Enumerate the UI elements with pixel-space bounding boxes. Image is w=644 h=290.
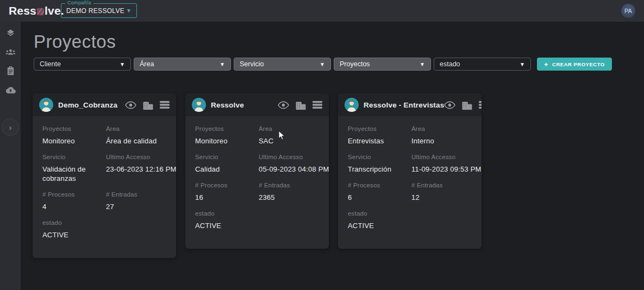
company-dropdown-label: Compañía xyxy=(65,0,93,5)
menu-icon[interactable] xyxy=(312,101,322,109)
project-field: Ultimo Accesso 05-09-2023 04:08 PM xyxy=(259,153,329,174)
project-field: estado ACTIVE xyxy=(195,210,259,230)
filter-dropdown-label: estado xyxy=(440,60,460,68)
logo-text-left: Ress xyxy=(9,4,36,17)
caret-down-icon: ▼ xyxy=(320,61,325,67)
project-field: Servicio Calidad xyxy=(195,153,259,174)
project-field: estado ACTIVE xyxy=(348,210,411,230)
view-eye-icon[interactable] xyxy=(444,101,455,109)
field-value: Interno xyxy=(411,136,482,146)
card-action-icons xyxy=(125,100,170,110)
field-label: Proyectos xyxy=(42,125,106,133)
caret-down-icon: ▼ xyxy=(420,61,425,67)
field-label: Servicio xyxy=(348,153,411,161)
project-field: # Entradas 27 xyxy=(106,191,176,211)
project-card[interactable]: Demo_Cobranza Proyectos Monitoreo Área Á… xyxy=(33,93,176,258)
project-card-header: Ressolve - Entrevistas xyxy=(338,93,482,116)
project-field: Servicio Validación de cobranzas xyxy=(42,153,106,183)
field-label: Ultimo Accesso xyxy=(106,153,176,161)
card-action-icons xyxy=(278,100,322,110)
field-label: Área xyxy=(259,125,329,133)
filter-dropdown-área[interactable]: Área ▼ xyxy=(134,58,231,71)
field-label: estado xyxy=(42,219,106,226)
cloud-upload-icon[interactable] xyxy=(4,85,16,94)
project-title: Ressolve - Entrevistas xyxy=(364,101,444,109)
project-field: Proyectos Monitoreo xyxy=(195,125,259,146)
project-field: Ultimo Accesso 11-09-2023 09:53 PM xyxy=(411,153,482,174)
logo-stripes-icon xyxy=(37,8,44,15)
project-card[interactable]: Ressolve - Entrevistas Proyectos Entrevi… xyxy=(338,93,482,249)
sidebar-expand-button[interactable]: › xyxy=(2,118,19,136)
field-value: ACTIVE xyxy=(348,221,411,230)
project-field: Ultimo Accesso 23-06-2023 12:16 PM xyxy=(106,153,176,183)
filter-dropdown-label: Área xyxy=(140,60,154,68)
view-eye-icon[interactable] xyxy=(278,101,289,109)
company-dropdown[interactable]: Compañía DEMO RESSOLVE ▼ xyxy=(61,3,137,18)
users-icon[interactable] xyxy=(4,47,16,56)
field-label: estado xyxy=(348,210,411,217)
field-label: Servicio xyxy=(195,153,259,161)
field-label: # Procesos xyxy=(42,191,106,198)
project-card-header: Ressolve xyxy=(185,93,329,116)
field-value: Área de calidad xyxy=(106,136,176,146)
field-value: 16 xyxy=(195,193,259,202)
project-field: Proyectos Entrevistas xyxy=(348,125,411,146)
project-title: Ressolve xyxy=(211,101,244,109)
field-label: Servicio xyxy=(42,153,106,161)
filter-dropdown-label: Cliente xyxy=(40,60,61,68)
caret-down-icon: ▼ xyxy=(220,61,225,67)
filter-dropdown-label: Proyectos xyxy=(340,60,370,68)
field-label: # Entradas xyxy=(259,181,329,189)
field-value: SAC xyxy=(259,136,329,146)
field-label: # Procesos xyxy=(348,181,411,189)
filter-dropdown-estado[interactable]: estado ▼ xyxy=(434,58,531,71)
project-card[interactable]: Ressolve Proyectos Monitoreo Área SAC Se… xyxy=(185,93,329,249)
project-field: # Entradas 2365 xyxy=(259,181,329,202)
filter-dropdown-label: Servicio xyxy=(240,60,264,68)
filter-dropdown-cliente[interactable]: Cliente ▼ xyxy=(34,58,131,71)
project-title: Demo_Cobranza xyxy=(58,101,117,109)
company-buildings-icon[interactable] xyxy=(143,100,153,110)
field-value: 6 xyxy=(348,193,411,202)
field-value: Transcripción xyxy=(348,165,411,174)
company-buildings-icon[interactable] xyxy=(296,100,306,110)
field-label: # Entradas xyxy=(106,191,176,198)
view-eye-icon[interactable] xyxy=(125,101,136,109)
field-value: 4 xyxy=(42,202,106,211)
filter-dropdown-proyectos[interactable]: Proyectos ▼ xyxy=(334,58,431,71)
field-value: Monitoreo xyxy=(195,136,259,146)
project-card-list: Demo_Cobranza Proyectos Monitoreo Área Á… xyxy=(33,93,482,258)
project-field: Servicio Transcripción xyxy=(348,153,411,174)
field-value: 11-09-2023 09:53 PM xyxy=(411,165,482,174)
field-value: Calidad xyxy=(195,165,259,174)
project-field: # Procesos 16 xyxy=(195,181,259,202)
menu-icon[interactable] xyxy=(160,101,170,109)
layers-icon[interactable] xyxy=(4,28,16,37)
plus-icon: + xyxy=(544,60,548,68)
filter-dropdown-servicio[interactable]: Servicio ▼ xyxy=(234,58,331,71)
caret-down-icon: ▼ xyxy=(126,8,132,14)
user-avatar[interactable]: PA xyxy=(621,4,635,18)
field-value: Validación de cobranzas xyxy=(42,165,106,183)
field-label: Área xyxy=(411,125,482,133)
project-avatar-icon xyxy=(345,98,359,112)
field-value: ACTIVE xyxy=(42,230,106,239)
company-buildings-icon[interactable] xyxy=(462,100,472,110)
project-field: Área Área de calidad xyxy=(106,125,176,146)
company-dropdown-value: DEMO RESSOLVE xyxy=(66,7,124,15)
project-avatar-icon xyxy=(192,98,206,112)
caret-down-icon: ▼ xyxy=(120,61,125,67)
field-value: ACTIVE xyxy=(195,221,259,230)
field-label: Área xyxy=(106,125,176,133)
project-card-body: Proyectos Entrevistas Área Interno Servi… xyxy=(338,116,482,249)
project-card-header: Demo_Cobranza xyxy=(33,93,176,116)
create-project-button[interactable]: + CREAR PROYECTO xyxy=(537,58,612,71)
project-field: # Procesos 4 xyxy=(42,191,106,211)
clipboard-icon[interactable] xyxy=(4,66,16,75)
menu-icon[interactable] xyxy=(479,101,482,109)
create-project-label: CREAR PROYECTO xyxy=(552,61,605,67)
field-label: estado xyxy=(195,210,259,217)
caret-down-icon: ▼ xyxy=(520,61,525,67)
project-field: # Entradas 12 xyxy=(411,181,482,202)
project-field: Proyectos Monitoreo xyxy=(42,125,106,146)
